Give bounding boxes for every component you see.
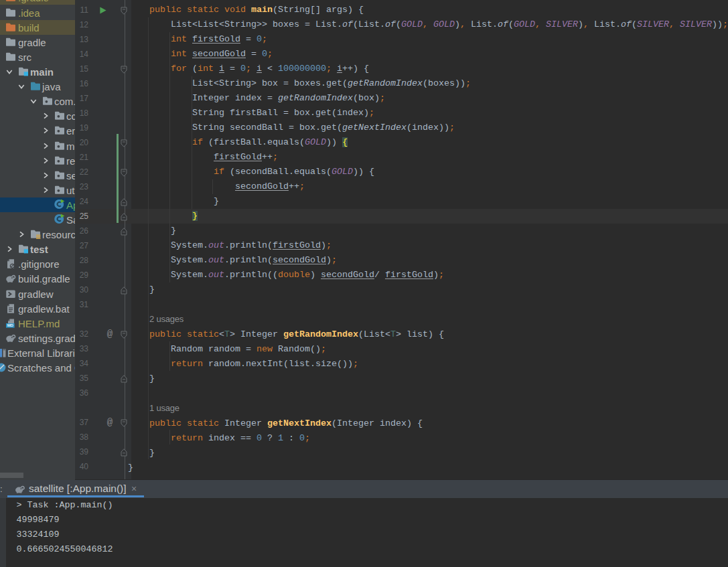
svg-text:MD: MD	[7, 323, 14, 327]
